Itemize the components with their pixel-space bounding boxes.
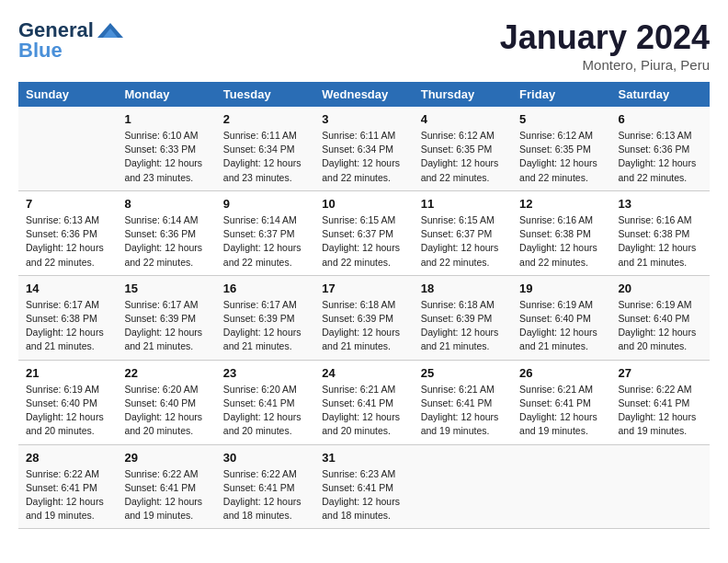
calendar-cell: 28Sunrise: 6:22 AMSunset: 6:41 PMDayligh… bbox=[18, 444, 117, 529]
logo-icon bbox=[97, 21, 123, 40]
calendar-cell: 18Sunrise: 6:18 AMSunset: 6:39 PMDayligh… bbox=[414, 275, 512, 360]
calendar-cell: 29Sunrise: 6:22 AMSunset: 6:41 PMDayligh… bbox=[117, 444, 215, 529]
day-info: Sunrise: 6:20 AMSunset: 6:41 PMDaylight:… bbox=[223, 383, 307, 439]
day-info: Sunrise: 6:14 AMSunset: 6:37 PMDaylight:… bbox=[223, 213, 307, 270]
calendar-cell: 5Sunrise: 6:12 AMSunset: 6:35 PMDaylight… bbox=[512, 107, 610, 190]
calendar-table: SundayMondayTuesdayWednesdayThursdayFrid… bbox=[18, 82, 710, 529]
calendar-cell: 4Sunrise: 6:12 AMSunset: 6:35 PMDaylight… bbox=[414, 107, 512, 190]
calendar-cell: 6Sunrise: 6:13 AMSunset: 6:36 PMDaylight… bbox=[611, 107, 710, 190]
day-info: Sunrise: 6:20 AMSunset: 6:40 PMDaylight:… bbox=[124, 383, 208, 439]
day-info: Sunrise: 6:11 AMSunset: 6:34 PMDaylight:… bbox=[223, 129, 307, 185]
calendar-cell: 30Sunrise: 6:22 AMSunset: 6:41 PMDayligh… bbox=[216, 444, 314, 529]
calendar-cell: 7Sunrise: 6:13 AMSunset: 6:36 PMDaylight… bbox=[18, 190, 117, 275]
day-number: 4 bbox=[421, 112, 505, 126]
day-number: 1 bbox=[124, 112, 208, 126]
day-number: 25 bbox=[421, 366, 505, 380]
day-info: Sunrise: 6:21 AMSunset: 6:41 PMDaylight:… bbox=[421, 383, 505, 439]
logo: General Blue bbox=[18, 18, 123, 63]
day-info: Sunrise: 6:18 AMSunset: 6:39 PMDaylight:… bbox=[421, 298, 505, 354]
day-number: 10 bbox=[322, 197, 405, 211]
day-info: Sunrise: 6:14 AMSunset: 6:36 PMDaylight:… bbox=[124, 213, 208, 270]
calendar-cell: 14Sunrise: 6:17 AMSunset: 6:38 PMDayligh… bbox=[18, 275, 117, 360]
weekday-header-wednesday: Wednesday bbox=[314, 82, 413, 107]
day-info: Sunrise: 6:17 AMSunset: 6:39 PMDaylight:… bbox=[223, 298, 307, 354]
calendar-cell: 24Sunrise: 6:21 AMSunset: 6:41 PMDayligh… bbox=[314, 360, 413, 444]
day-number: 3 bbox=[322, 112, 405, 126]
day-number: 17 bbox=[322, 282, 405, 295]
day-number: 12 bbox=[519, 197, 603, 211]
logo-blue-text: Blue bbox=[18, 39, 63, 63]
day-number: 21 bbox=[26, 366, 109, 380]
day-info: Sunrise: 6:22 AMSunset: 6:41 PMDaylight:… bbox=[124, 467, 208, 523]
weekday-header-friday: Friday bbox=[512, 82, 610, 107]
day-info: Sunrise: 6:19 AMSunset: 6:40 PMDaylight:… bbox=[619, 298, 702, 354]
calendar-cell: 12Sunrise: 6:16 AMSunset: 6:38 PMDayligh… bbox=[512, 190, 610, 275]
calendar-cell: 8Sunrise: 6:14 AMSunset: 6:36 PMDaylight… bbox=[117, 190, 215, 275]
calendar-cell: 22Sunrise: 6:20 AMSunset: 6:40 PMDayligh… bbox=[117, 360, 215, 444]
calendar-cell: 26Sunrise: 6:21 AMSunset: 6:41 PMDayligh… bbox=[512, 360, 610, 444]
day-number: 30 bbox=[223, 451, 307, 465]
day-number: 24 bbox=[322, 366, 405, 380]
day-number: 29 bbox=[124, 451, 208, 465]
month-title: January 2024 bbox=[500, 18, 710, 57]
day-info: Sunrise: 6:23 AMSunset: 6:41 PMDaylight:… bbox=[322, 467, 405, 523]
calendar-cell bbox=[414, 444, 512, 529]
day-number: 28 bbox=[26, 451, 109, 465]
calendar-cell: 23Sunrise: 6:20 AMSunset: 6:41 PMDayligh… bbox=[216, 360, 314, 444]
day-number: 18 bbox=[421, 282, 505, 295]
weekday-header-monday: Monday bbox=[117, 82, 215, 107]
day-number: 14 bbox=[26, 282, 109, 295]
week-row-3: 14Sunrise: 6:17 AMSunset: 6:38 PMDayligh… bbox=[18, 275, 710, 360]
title-block: January 2024 Montero, Piura, Peru bbox=[500, 18, 710, 73]
day-number: 19 bbox=[519, 282, 603, 295]
weekday-header-thursday: Thursday bbox=[414, 82, 512, 107]
calendar-cell: 16Sunrise: 6:17 AMSunset: 6:39 PMDayligh… bbox=[216, 275, 314, 360]
day-info: Sunrise: 6:18 AMSunset: 6:39 PMDaylight:… bbox=[322, 298, 405, 354]
day-number: 13 bbox=[619, 197, 702, 211]
day-info: Sunrise: 6:17 AMSunset: 6:39 PMDaylight:… bbox=[124, 298, 208, 354]
weekday-header-tuesday: Tuesday bbox=[216, 82, 314, 107]
day-number: 8 bbox=[124, 197, 208, 211]
weekday-header-sunday: Sunday bbox=[18, 82, 117, 107]
day-number: 7 bbox=[26, 197, 109, 211]
calendar-cell: 27Sunrise: 6:22 AMSunset: 6:41 PMDayligh… bbox=[611, 360, 710, 444]
calendar-cell: 25Sunrise: 6:21 AMSunset: 6:41 PMDayligh… bbox=[414, 360, 512, 444]
week-row-5: 28Sunrise: 6:22 AMSunset: 6:41 PMDayligh… bbox=[18, 444, 710, 529]
calendar-cell: 10Sunrise: 6:15 AMSunset: 6:37 PMDayligh… bbox=[314, 190, 413, 275]
calendar-cell: 19Sunrise: 6:19 AMSunset: 6:40 PMDayligh… bbox=[512, 275, 610, 360]
calendar-cell bbox=[512, 444, 610, 529]
day-number: 20 bbox=[619, 282, 702, 295]
day-info: Sunrise: 6:10 AMSunset: 6:33 PMDaylight:… bbox=[124, 129, 208, 185]
calendar-cell: 1Sunrise: 6:10 AMSunset: 6:33 PMDaylight… bbox=[117, 107, 215, 190]
weekday-header-row: SundayMondayTuesdayWednesdayThursdayFrid… bbox=[18, 82, 710, 107]
calendar-cell: 15Sunrise: 6:17 AMSunset: 6:39 PMDayligh… bbox=[117, 275, 215, 360]
day-info: Sunrise: 6:11 AMSunset: 6:34 PMDaylight:… bbox=[322, 129, 405, 185]
day-number: 15 bbox=[124, 282, 208, 295]
week-row-4: 21Sunrise: 6:19 AMSunset: 6:40 PMDayligh… bbox=[18, 360, 710, 444]
day-info: Sunrise: 6:12 AMSunset: 6:35 PMDaylight:… bbox=[421, 129, 505, 185]
calendar-cell: 31Sunrise: 6:23 AMSunset: 6:41 PMDayligh… bbox=[314, 444, 413, 529]
calendar-cell: 3Sunrise: 6:11 AMSunset: 6:34 PMDaylight… bbox=[314, 107, 413, 190]
day-number: 9 bbox=[223, 197, 307, 211]
day-number: 6 bbox=[619, 112, 702, 126]
day-info: Sunrise: 6:21 AMSunset: 6:41 PMDaylight:… bbox=[519, 383, 603, 439]
calendar-cell: 13Sunrise: 6:16 AMSunset: 6:38 PMDayligh… bbox=[611, 190, 710, 275]
calendar-cell: 2Sunrise: 6:11 AMSunset: 6:34 PMDaylight… bbox=[216, 107, 314, 190]
calendar-cell: 21Sunrise: 6:19 AMSunset: 6:40 PMDayligh… bbox=[18, 360, 117, 444]
day-info: Sunrise: 6:13 AMSunset: 6:36 PMDaylight:… bbox=[26, 213, 109, 270]
day-number: 23 bbox=[223, 366, 307, 380]
day-number: 22 bbox=[124, 366, 208, 380]
week-row-2: 7Sunrise: 6:13 AMSunset: 6:36 PMDaylight… bbox=[18, 190, 710, 275]
weekday-header-saturday: Saturday bbox=[611, 82, 710, 107]
calendar-cell: 11Sunrise: 6:15 AMSunset: 6:37 PMDayligh… bbox=[414, 190, 512, 275]
day-info: Sunrise: 6:19 AMSunset: 6:40 PMDaylight:… bbox=[26, 383, 109, 439]
day-info: Sunrise: 6:21 AMSunset: 6:41 PMDaylight:… bbox=[322, 383, 405, 439]
day-info: Sunrise: 6:13 AMSunset: 6:36 PMDaylight:… bbox=[619, 129, 702, 185]
day-info: Sunrise: 6:16 AMSunset: 6:38 PMDaylight:… bbox=[619, 213, 702, 270]
calendar-cell bbox=[18, 107, 117, 190]
day-info: Sunrise: 6:15 AMSunset: 6:37 PMDaylight:… bbox=[322, 213, 405, 270]
location-text: Montero, Piura, Peru bbox=[500, 57, 710, 73]
page-header: General Blue January 2024 Montero, Piura… bbox=[18, 18, 710, 73]
day-number: 11 bbox=[421, 197, 505, 211]
day-info: Sunrise: 6:15 AMSunset: 6:37 PMDaylight:… bbox=[421, 213, 505, 270]
